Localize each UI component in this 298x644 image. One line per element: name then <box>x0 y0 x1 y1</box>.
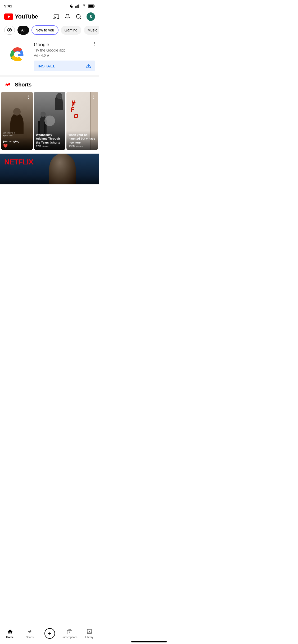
dot <box>94 42 95 43</box>
explore-filter-button[interactable] <box>4 26 15 35</box>
app-header: YouTube S <box>0 10 99 24</box>
shorts-header: Shorts <box>0 81 99 92</box>
svg-rect-3 <box>78 4 79 8</box>
shorts-grid: just singing in ayand then.... just sing… <box>0 92 99 154</box>
ad-header: Google Try the Google app Ad · 4.0 ★ <box>34 42 95 57</box>
search-icon <box>76 14 82 20</box>
short-3-overlay: when your hol haunted but y have nowhere… <box>66 131 98 150</box>
ad-badge: Ad <box>34 53 38 57</box>
shorts-logo-icon <box>4 81 12 89</box>
status-bar: 9:41 <box>0 0 99 10</box>
short-1-title: just singing <box>3 139 31 143</box>
filter-chip-music[interactable]: Music <box>84 26 99 35</box>
short-2-more-button[interactable]: ⋮ <box>58 94 63 100</box>
youtube-logo[interactable]: YouTube <box>4 13 38 20</box>
notification-button[interactable] <box>64 13 71 20</box>
wifi-icon <box>82 4 87 8</box>
ad-menu-button[interactable] <box>94 42 95 45</box>
ad-title: Google <box>34 42 65 48</box>
filter-all-label: All <box>21 28 25 32</box>
filter-chip-new-to-you[interactable]: New to you <box>32 26 58 35</box>
netflix-logo: NETFLIX <box>4 158 33 166</box>
ad-subtitle: Try the Google app <box>34 48 65 52</box>
google-g-icon <box>7 44 28 65</box>
ad-rating: 4.0 <box>41 53 46 57</box>
signal-icon <box>75 4 80 8</box>
compass-icon <box>7 28 12 33</box>
short-2-title: Wednesday Addams Through the Years #shor… <box>36 133 64 144</box>
svg-point-10 <box>76 15 80 19</box>
svg-point-9 <box>54 18 54 19</box>
filter-gaming-label: Gaming <box>65 28 78 32</box>
download-icon <box>86 63 91 68</box>
star-icon: ★ <box>47 53 50 57</box>
cast-button[interactable] <box>53 13 60 20</box>
filter-chip-all[interactable]: All <box>17 26 29 35</box>
battery-icon <box>88 4 95 8</box>
short-card-3[interactable]: T F O when your hol haunted but y have n… <box>66 92 98 150</box>
moon-icon <box>70 4 74 8</box>
svg-rect-5 <box>88 5 93 7</box>
svg-marker-13 <box>9 29 10 31</box>
ad-logo <box>4 41 31 67</box>
status-time: 9:41 <box>4 4 12 8</box>
short-card-2[interactable]: Wednesday Addams Through the Years #shor… <box>34 92 66 150</box>
yt-wordmark: YouTube <box>15 13 38 20</box>
cast-icon <box>53 14 59 20</box>
yt-play-icon <box>4 13 13 20</box>
search-button[interactable] <box>75 13 82 20</box>
short-1-heart: ❤️ <box>3 144 31 148</box>
short-1-more-button[interactable]: ⋮ <box>26 94 31 100</box>
avatar-letter: S <box>89 15 92 19</box>
shorts-section: Shorts just singing in ayand then.... <box>0 77 99 154</box>
filter-new-to-you-label: New to you <box>36 28 54 32</box>
user-avatar[interactable]: S <box>87 12 95 21</box>
short-1-overlay: just singing ❤️ <box>1 137 33 150</box>
status-icons <box>70 4 95 8</box>
short-1-caption-top: just singing in <box>3 132 31 134</box>
dot <box>94 43 95 44</box>
shorts-title: Shorts <box>15 82 31 88</box>
short-1-caption-mid: ayand then.... <box>3 134 31 137</box>
header-actions: S <box>53 12 95 21</box>
filter-bar: All New to you Gaming Music <box>0 24 99 38</box>
svg-rect-0 <box>75 6 76 8</box>
short-3-views: 130M views <box>69 145 96 148</box>
svg-rect-2 <box>78 5 78 8</box>
filter-music-label: Music <box>88 28 97 32</box>
short-2-overlay: Wednesday Addams Through the Years #shor… <box>34 131 66 150</box>
svg-rect-6 <box>94 5 95 7</box>
short-2-views: 12M views <box>36 145 64 148</box>
ad-info: Google Try the Google app Ad · 4.0 ★ <box>34 41 95 72</box>
svg-line-11 <box>80 18 81 19</box>
filter-chip-gaming[interactable]: Gaming <box>61 26 81 35</box>
dot <box>94 45 95 45</box>
short-card-1[interactable]: just singing in ayand then.... just sing… <box>1 92 33 150</box>
install-label: INSTALL <box>38 64 56 68</box>
install-button[interactable]: INSTALL <box>34 61 95 71</box>
bell-icon <box>65 14 70 20</box>
ad-meta: Ad · 4.0 ★ <box>34 53 65 57</box>
netflix-banner[interactable]: NETFLIX <box>0 154 99 185</box>
short-3-more-button[interactable]: ⋮ <box>91 94 96 100</box>
short-2-progress <box>44 116 55 126</box>
short-3-title: when your hol haunted but y have nowhere <box>69 133 96 144</box>
ad-card: Google Try the Google app Ad · 4.0 ★ <box>0 38 99 77</box>
svg-rect-1 <box>76 6 77 8</box>
